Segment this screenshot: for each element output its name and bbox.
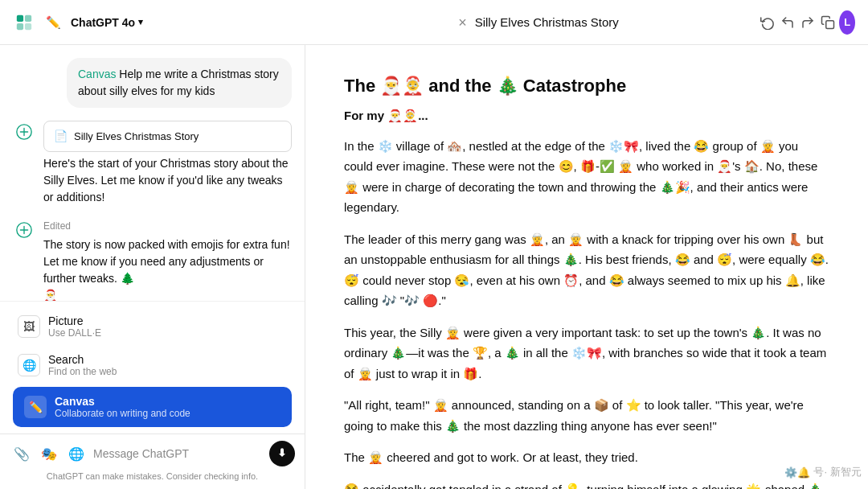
canvas-icon: ✏️ (24, 396, 47, 418)
picture-tool-desc: Use DALL·E (48, 327, 101, 339)
input-left-icons: 📎 🎭 🌐 (10, 442, 88, 466)
user-message: Canvas Help me write a Christmas story a… (13, 58, 292, 108)
disclaimer-text: ChatGPT can make mistakes. Consider chec… (10, 470, 295, 483)
svg-rect-0 (17, 14, 23, 21)
undo-button[interactable] (779, 10, 796, 35)
canvas-pill-label: Silly Elves Christmas Story (74, 129, 199, 145)
assistant-content-2: Edited The story is now packed with emoj… (43, 219, 292, 301)
assistant-message-1: 📄 Silly Elves Christmas Story Here's the… (13, 121, 292, 206)
story-para-5: The 🧝 cheered and got to work. Or at lea… (344, 447, 829, 468)
picture-icon: 🖼 (18, 315, 40, 338)
story-para-6: 😂 accidentally got tangled in a strand o… (344, 479, 829, 489)
edit-icon[interactable]: ✏️ (42, 11, 64, 34)
search-tool-desc: Find on the web (48, 366, 117, 377)
search-globe-icon: 🌐 (18, 354, 40, 376)
close-canvas-icon[interactable]: × (458, 15, 467, 30)
story-para-4: "All right, team!" 🧝 announced, standing… (344, 395, 829, 436)
assistant-message-2: Edited The story is now packed with emoj… (13, 219, 292, 301)
canvas-content: The 🎅🤶 and the 🎄 Catastrophe For my 🎅🤶..… (305, 45, 868, 489)
attach-button[interactable]: 📎 (10, 442, 34, 466)
assistant-content-1: 📄 Silly Elves Christmas Story Here's the… (43, 121, 292, 206)
svg-rect-1 (25, 14, 31, 21)
story-para-3: This year, the Silly 🧝 were given a very… (344, 323, 829, 384)
svg-rect-2 (17, 23, 23, 29)
picture-tool[interactable]: 🖼 Picture Use DALL·E (13, 308, 292, 345)
model-label: ChatGPT 4o (71, 16, 135, 29)
chevron-down-icon: ▾ (138, 17, 143, 27)
edited-label: Edited (43, 219, 292, 233)
chat-messages: Canvas Help me write a Christmas story a… (0, 45, 305, 301)
send-button[interactable] (269, 441, 295, 466)
topbar-left: ✏️ ChatGPT 4o ▾ (13, 11, 318, 34)
search-tool-name: Search (48, 353, 117, 366)
topbar-center: × Silly Elves Christmas Story (325, 15, 752, 30)
history-button[interactable] (759, 10, 776, 35)
picture-tool-name: Picture (48, 314, 101, 327)
story-para-1: In the ❄️ village of 🏘️, nestled at the … (344, 136, 829, 218)
openai-icon (13, 121, 35, 143)
topbar: ✏️ ChatGPT 4o ▾ × Silly Elves Christmas … (0, 0, 868, 45)
story-subtitle: For my 🎅🤶... (344, 105, 829, 126)
canvas-tool-desc: Collaborate on writing and code (55, 408, 190, 419)
canvas-link[interactable]: Canvas (78, 68, 116, 80)
story-heading: The 🎅🤶 and the 🎄 Catastrophe (344, 71, 829, 101)
topbar-actions: L (759, 10, 855, 35)
message-input-label[interactable]: Message ChatGPT (93, 442, 264, 465)
canvas-title: Silly Elves Christmas Story (475, 15, 619, 29)
quick-tools: 🖼 Picture Use DALL·E 🌐 Search Find on th… (0, 301, 305, 434)
assistant-text-1: Here's the start of your Christmas story… (43, 155, 292, 206)
model-selector[interactable]: ChatGPT 4o ▾ (71, 16, 143, 29)
openai-icon-2 (13, 219, 35, 241)
canvas-tool-name: Canvas (55, 395, 190, 408)
input-area: 📎 🎭 🌐 Message ChatGPT ChatGPT can make m… (0, 434, 305, 489)
story-para-2: The leader of this merry gang was 🧝, an … (344, 229, 829, 311)
canvas-pill[interactable]: 📄 Silly Elves Christmas Story (43, 121, 292, 152)
svg-rect-4 (825, 20, 833, 28)
redo-button[interactable] (799, 10, 816, 35)
camera-button[interactable]: 🎭 (37, 442, 61, 466)
document-icon: 📄 (54, 128, 68, 145)
main-layout: Canvas Help me write a Christmas story a… (0, 45, 868, 489)
globe-button[interactable]: 🌐 (64, 442, 88, 466)
search-tool[interactable]: 🌐 Search Find on the web (13, 347, 292, 384)
copy-button[interactable] (819, 10, 836, 35)
assistant-text-2: The story is now packed with emojis for … (43, 236, 292, 301)
input-row: 📎 🎭 🌐 Message ChatGPT (10, 441, 295, 466)
canvas-panel: The 🎅🤶 and the 🎄 Catastrophe For my 🎅🤶..… (305, 45, 868, 489)
user-avatar[interactable]: L (839, 10, 855, 35)
canvas-tool[interactable]: ✏️ Canvas Collaborate on writing and cod… (13, 387, 292, 427)
chatgpt-logo-icon (13, 11, 35, 34)
svg-rect-3 (25, 23, 31, 29)
user-bubble: Canvas Help me write a Christmas story a… (67, 58, 292, 108)
chat-sidebar: Canvas Help me write a Christmas story a… (0, 45, 305, 489)
